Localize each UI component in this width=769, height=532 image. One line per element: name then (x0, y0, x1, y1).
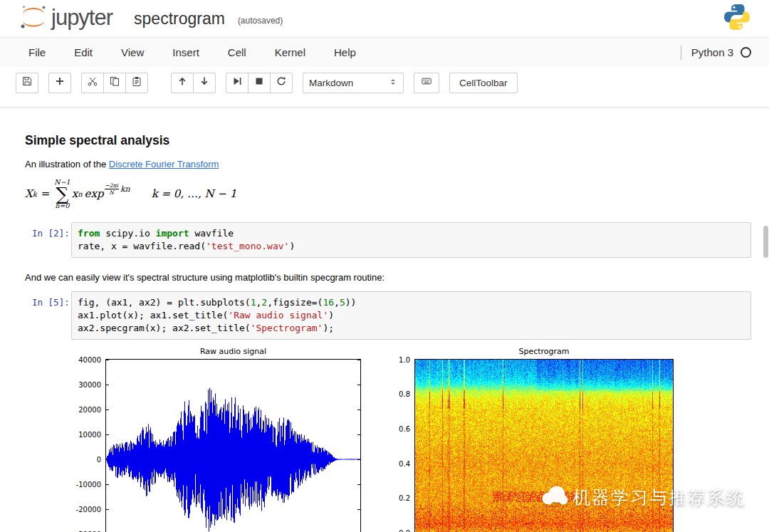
paste-icon (132, 76, 142, 89)
code-line: ax1.plot(x); ax1.set_title('Raw audio si… (78, 309, 745, 322)
menu-items: FileEditViewInsertCellKernelHelp (14, 38, 370, 67)
md-intro-text: An illustration of the (25, 159, 109, 169)
code-content: fig, (ax1, ax2) = plt.subplots(1,2,figsi… (78, 296, 745, 335)
spectrogram-canvas (414, 359, 674, 532)
exponent-fraction: −2πi N (105, 182, 119, 197)
fraction-numerator: −2πi (105, 182, 119, 189)
y-tick-label: 10000 (78, 430, 101, 438)
code-line: ax2.specgram(x); ax2.set_title('Spectrog… (78, 322, 745, 335)
y-tick-label: 20000 (78, 405, 101, 413)
code-line: rate, x = wavfile.read('test_mono.wav') (78, 240, 745, 253)
dft-formula: Xk = N−1 ∑ n=0 xn exp −2πi N kn k = 0, …… (25, 179, 748, 209)
interrupt-kernel-button[interactable] (248, 73, 271, 93)
cell-output-area: Raw audio signal 400003000020000100000-1… (71, 347, 769, 532)
input-prompt: In [5]: (32, 297, 70, 308)
notebook-title[interactable]: spectrogram (134, 9, 225, 28)
formula-exponent: −2πi N kn (105, 182, 130, 197)
fraction-denominator: N (109, 189, 114, 196)
y-tick-label: 30000 (78, 380, 101, 388)
menu-help[interactable]: Help (320, 38, 370, 67)
kernel-idle-icon (741, 47, 751, 58)
scissors-icon (88, 76, 98, 89)
formula-lhs: X (25, 187, 33, 200)
arrow-down-icon (199, 76, 209, 89)
python-logo-icon (723, 3, 751, 34)
sum-lower-limit: n=0 (55, 202, 69, 209)
add-cell-button[interactable] (48, 73, 71, 93)
copy-cell-button[interactable] (103, 73, 126, 93)
arrow-up-icon (177, 76, 187, 89)
y-tick-label: 0.4 (399, 459, 410, 467)
cell-type-select[interactable]: Markdown (303, 73, 404, 93)
code-content: from scipy.io import wavfilerate, x = wa… (78, 227, 745, 253)
y-tick-label: 1.0 (399, 355, 410, 363)
jupyter-logo-text: jupyter (51, 6, 113, 31)
keyboard-icon (420, 76, 433, 89)
y-tick-label: 0.6 (399, 424, 410, 432)
waveform-plot-title: Raw audio signal (105, 347, 361, 356)
move-cell-up-button[interactable] (171, 73, 194, 93)
menubar: FileEditViewInsertCellKernelHelp Python … (0, 38, 769, 67)
spectrogram-plot: Spectrogram 1.00.80.60.40.20.0 (390, 347, 674, 532)
code-cell-in5: In [5]: fig, (ax1, ax2) = plt.subplots(1… (71, 291, 751, 340)
y-tick-label: -10000 (76, 480, 101, 488)
kernel-separator (681, 46, 681, 60)
formula-exp: exp (85, 187, 104, 200)
plus-icon (55, 76, 65, 89)
code-line: from scipy.io import wavfile (78, 227, 745, 240)
y-tick-label: 40000 (78, 355, 101, 363)
y-tick-label: 0 (97, 455, 101, 463)
paste-cell-button[interactable] (125, 73, 148, 93)
code-cell-in2: In [2]: from scipy.io import wavfilerate… (71, 222, 751, 258)
jupyter-logo-icon (19, 2, 48, 35)
menu-kernel[interactable]: Kernel (261, 38, 320, 67)
run-cell-button[interactable] (226, 73, 249, 93)
code-input-area[interactable]: fig, (ax1, ax2) = plt.subplots(1,2,figsi… (71, 291, 751, 340)
notebook-header: jupyter spectrogram (autosaved) (0, 0, 769, 38)
command-palette-button[interactable] (414, 73, 439, 93)
celltoolbar-button[interactable]: CellToolbar (449, 73, 518, 93)
md-heading: Simple spectral analysis (25, 133, 748, 148)
kernel-name: Python 3 (691, 46, 733, 58)
sigma-icon: ∑ (56, 186, 69, 203)
y-tick-label: 0.8 (399, 390, 410, 398)
formula-term: x (72, 187, 78, 200)
menu-file[interactable]: File (14, 38, 60, 67)
cell-type-value: Markdown (309, 78, 353, 88)
save-icon (22, 76, 32, 89)
restart-icon (276, 76, 286, 89)
toolbar: Markdown CellToolbar (0, 67, 769, 98)
waveform-yaxis: 400003000020000100000-10000-20000-30000 (71, 359, 105, 532)
save-button[interactable] (16, 73, 38, 93)
move-cell-down-button[interactable] (193, 73, 216, 93)
stop-icon (254, 76, 264, 89)
run-icon (232, 76, 242, 89)
menu-insert[interactable]: Insert (158, 38, 214, 67)
jupyter-logo[interactable]: jupyter (19, 2, 113, 35)
select-arrows-icon (389, 77, 397, 89)
formula-equals: = (41, 187, 51, 200)
exponent-suffix: kn (120, 184, 130, 194)
menu-edit[interactable]: Edit (60, 38, 107, 67)
formula-lhs-sub: k (33, 190, 37, 198)
markdown-cell-2[interactable]: And we can easily view it's spectral str… (25, 272, 748, 283)
menu-view[interactable]: View (107, 38, 158, 67)
formula-condition: k = 0, …, N − 1 (152, 187, 237, 200)
restart-kernel-button[interactable] (270, 73, 293, 93)
code-line: fig, (ax1, ax2) = plt.subplots(1,2,figsi… (78, 296, 745, 309)
autosave-status: (autosaved) (238, 11, 283, 26)
markdown-cell-1[interactable]: Simple spectral analysis An illustration… (25, 133, 748, 209)
y-tick-label: 0.0 (399, 528, 410, 532)
md-intro: An illustration of the Discrete Fourier … (25, 159, 748, 169)
y-tick-label: 0.2 (399, 494, 410, 502)
cut-cell-button[interactable] (81, 73, 104, 93)
menu-cell[interactable]: Cell (214, 38, 261, 67)
spectrogram-plot-title: Spectrogram (414, 347, 674, 356)
code-input-area[interactable]: from scipy.io import wavfilerate, x = wa… (71, 222, 751, 258)
y-tick-label: -20000 (76, 505, 101, 513)
dft-link[interactable]: Discrete Fourier Transform (109, 159, 219, 169)
formula-term-sub: n (78, 190, 82, 198)
kernel-indicator-area: Python 3 (681, 46, 751, 60)
scrollbar-thumb[interactable] (763, 226, 768, 258)
waveform-plot: Raw audio signal 400003000020000100000-1… (71, 347, 361, 532)
